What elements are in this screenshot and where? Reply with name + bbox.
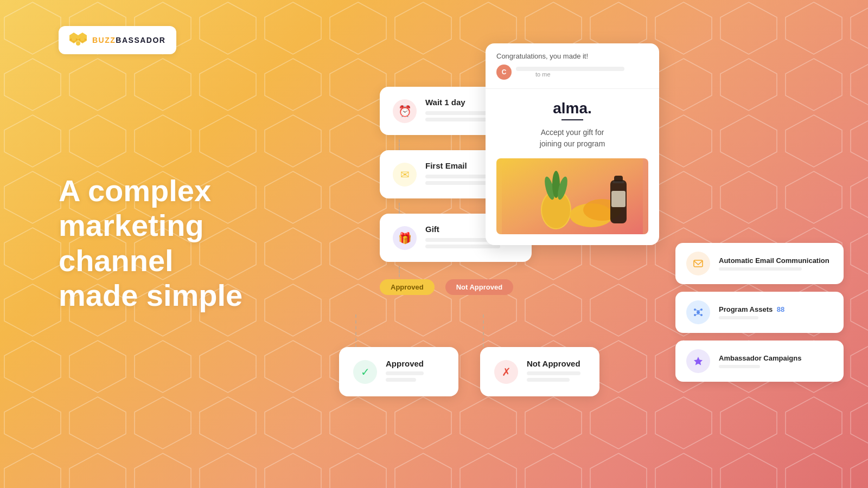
logo-text: BUZZBASSADOR <box>92 36 165 44</box>
program-assets-feature-card[interactable]: Program Assets 88 <box>675 292 844 333</box>
program-assets-card-text: Program Assets 88 <box>719 305 784 319</box>
svg-point-5 <box>80 37 85 41</box>
wait-icon: ⏰ <box>393 99 417 123</box>
gift-icon: 🎁 <box>393 226 417 250</box>
feature-cards-area: Automatic Email Communication Program As… <box>675 243 844 382</box>
tagline-line1: Accept your gift for <box>541 128 604 137</box>
email-to: to me <box>535 71 624 78</box>
email-subject: Congratulations, you made it! <box>496 52 648 60</box>
svg-point-6 <box>76 41 80 46</box>
connector3 <box>399 266 400 277</box>
not-approved-card-title: Not Approved <box>527 359 580 368</box>
branch-line-right <box>483 314 484 347</box>
not-approved-card-text: Not Approved <box>527 359 580 384</box>
branch-line-left <box>355 314 356 347</box>
hero-line1: A complex <box>59 174 211 208</box>
approved-card-title: Approved <box>386 359 424 368</box>
not-approved-result-card[interactable]: ✗ Not Approved <box>480 347 599 396</box>
svg-rect-19 <box>694 260 703 267</box>
logo-bassador: BASSADOR <box>116 36 165 44</box>
auto-email-card-text: Automatic Email Communication <box>719 256 829 271</box>
email-avatar: C <box>496 65 512 80</box>
ambassador-campaigns-card-text: Ambassador Campaigns <box>719 354 801 368</box>
email-body: alma. Accept your gift for joining our p… <box>486 89 659 245</box>
ambassador-campaigns-bar <box>719 365 760 368</box>
approved-check-icon: ✓ <box>353 360 377 384</box>
program-assets-badge: 88 <box>777 305 784 313</box>
email-from-row: C to me <box>496 65 648 80</box>
not-approved-x-icon: ✗ <box>494 360 518 384</box>
ambassador-campaigns-icon <box>686 349 710 373</box>
logo: BUZZBASSADOR <box>59 26 176 54</box>
svg-marker-29 <box>694 357 703 365</box>
svg-point-4 <box>72 37 76 41</box>
not-approved-line1 <box>527 371 580 375</box>
hero-section: A complex marketing channel made simple <box>59 174 308 313</box>
email-tagline: Accept your gift for joining our program <box>496 127 648 150</box>
svg-rect-17 <box>612 181 624 183</box>
approved-card-text: Approved <box>386 359 424 384</box>
gift-line2 <box>425 245 500 248</box>
program-assets-title: Program Assets 88 <box>719 305 784 313</box>
brand-name: alma. <box>496 100 648 117</box>
hero-heading: A complex marketing channel made simple <box>59 174 308 313</box>
email-header: Congratulations, you made it! C to me <box>486 43 659 89</box>
connector1 <box>399 139 400 150</box>
from-line-placeholder <box>516 67 624 71</box>
connector2 <box>399 203 400 214</box>
logo-buzz: BUZZ <box>92 36 116 44</box>
approved-line2 <box>386 378 416 382</box>
program-assets-icon <box>686 300 710 324</box>
email-product-image <box>496 158 648 234</box>
tagline-line2: joining our program <box>540 139 605 148</box>
auto-email-icon <box>686 252 710 275</box>
hero-line2: marketing channel <box>59 208 204 277</box>
approved-line1 <box>386 371 424 375</box>
brand-underline <box>561 119 583 120</box>
hero-line3: made simple <box>59 278 242 312</box>
auto-email-feature-card[interactable]: Automatic Email Communication <box>675 243 844 284</box>
not-approved-line2 <box>527 378 570 382</box>
approved-result-card[interactable]: ✓ Approved <box>339 347 458 396</box>
auto-email-bar <box>719 267 802 271</box>
auto-email-title: Automatic Email Communication <box>719 256 829 265</box>
branch-labels: Approved Not Approved <box>380 279 532 295</box>
email-icon: ✉ <box>393 163 417 187</box>
not-approved-branch-label[interactable]: Not Approved <box>445 279 513 295</box>
branch-cards-area: ✓ Approved ✗ Not Approved <box>339 347 599 396</box>
ambassador-campaigns-feature-card[interactable]: Ambassador Campaigns <box>675 341 844 382</box>
approved-branch-label[interactable]: Approved <box>380 279 435 295</box>
svg-rect-18 <box>611 191 626 207</box>
logo-icon <box>69 33 87 48</box>
ambassador-campaigns-title: Ambassador Campaigns <box>719 354 801 362</box>
svg-point-20 <box>697 311 700 314</box>
program-assets-bar <box>719 316 758 319</box>
email-preview-card: Congratulations, you made it! C to me al… <box>486 43 659 245</box>
